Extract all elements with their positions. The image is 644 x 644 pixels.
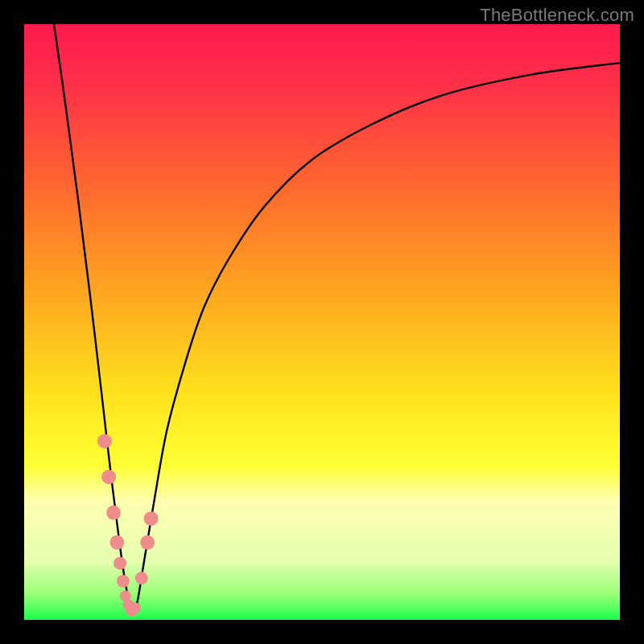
bottleneck-curve — [54, 24, 620, 614]
marker-dot — [97, 434, 112, 448]
marker-dot — [144, 511, 159, 526]
marker-dot — [114, 557, 126, 570]
plot-area — [24, 24, 620, 620]
chart-canvas: TheBottleneck.com — [0, 0, 644, 644]
marker-dot — [140, 535, 155, 550]
highlighted-points — [97, 434, 159, 617]
marker-dot — [109, 535, 124, 550]
marker-dot — [101, 469, 116, 484]
marker-dot — [106, 506, 121, 520]
watermark-text: TheBottleneck.com — [480, 5, 634, 26]
marker-dot — [135, 572, 148, 584]
marker-dot — [117, 575, 130, 588]
curve-layer — [24, 24, 620, 620]
marker-dot — [130, 602, 141, 613]
